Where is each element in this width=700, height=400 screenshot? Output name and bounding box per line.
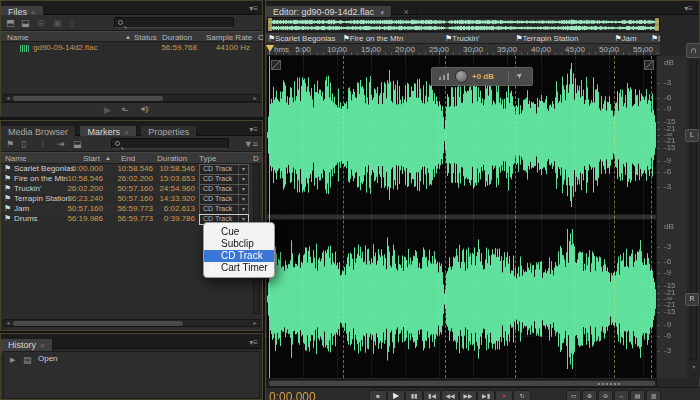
marker-flag-icon: ⚑	[4, 184, 11, 193]
record-button[interactable]: ●	[495, 390, 513, 400]
markers-hscrollbar[interactable]: ◂ ▸	[3, 319, 260, 327]
rewind-button[interactable]: ◀◀	[441, 390, 459, 400]
skip-forward-button[interactable]: ▶▮	[477, 390, 495, 400]
chevron-down-icon[interactable]: ▾	[381, 9, 385, 16]
scroll-down-icon[interactable]: ▾	[690, 364, 698, 371]
import-file-icon[interactable]: ⬓	[21, 17, 30, 29]
fast-forward-button[interactable]: ▶▶	[459, 390, 477, 400]
db-label: -3	[664, 243, 671, 251]
overview-range-bar[interactable]	[267, 17, 660, 32]
delete-marker-icon[interactable]: ▯	[21, 138, 26, 150]
files-table-header[interactable]: Name ▲ Status Duration Sample Rate C	[1, 31, 262, 42]
range-handle-right[interactable]	[655, 18, 659, 31]
playhead-head-icon[interactable]	[266, 45, 274, 52]
auto-play-icon[interactable]: ◄))	[139, 105, 148, 112]
pin-hud-icon[interactable]: ➤	[514, 70, 525, 81]
menu-item-subclip[interactable]: Subclip	[204, 238, 274, 250]
insert-markers-icon[interactable]: ⇥	[57, 138, 65, 150]
zoom-full[interactable]: ▥	[646, 390, 661, 400]
chevron-down-icon[interactable]: ▾	[238, 205, 248, 214]
markers-search-input[interactable]	[111, 138, 229, 149]
marker-start: 36:23.240	[57, 194, 103, 204]
db-tick	[657, 129, 660, 131]
zoom-out-amplitude[interactable]: ↔	[614, 390, 629, 400]
file-row[interactable]: gd90-09-14d2.flac 56:59.768 44100 Hz	[1, 43, 262, 53]
channel-left-button[interactable]: L	[685, 129, 699, 142]
ruler-label: 35:00	[492, 45, 522, 54]
pause-button[interactable]: ▮▮	[405, 390, 423, 400]
grid-line	[337, 56, 338, 378]
marker-label: Jam	[621, 33, 636, 44]
zoom-in-amplitude[interactable]: ⊖	[598, 390, 613, 400]
gain-value[interactable]: +0 dB	[472, 72, 494, 81]
gain-knob[interactable]	[455, 70, 468, 83]
grid-line	[575, 56, 576, 378]
stop-button[interactable]: ■	[369, 390, 387, 400]
panel-menu-icon[interactable]: ▾≡	[684, 4, 693, 13]
channel-right-button[interactable]: R	[685, 293, 699, 306]
menu-item-cd-track[interactable]: CD Track✓	[204, 250, 274, 262]
open-file-icon[interactable]: ⬒	[6, 17, 15, 29]
grid-line	[609, 56, 610, 378]
marker-flag-icon: ⚑	[4, 164, 11, 173]
menu-item-cart-timer[interactable]: Cart Timer	[204, 262, 274, 274]
snap-magnet-button[interactable]: ∩	[686, 43, 700, 58]
zoom-selection[interactable]: ▤	[630, 390, 645, 400]
zoom-out-time[interactable]: ⊕	[582, 390, 597, 400]
editor-hscrollbar[interactable]	[267, 379, 657, 387]
waveform-vscrollbar[interactable]	[690, 60, 697, 360]
skip-back-button[interactable]: ▮◀	[423, 390, 441, 400]
chevron-down-icon[interactable]: ▾	[238, 195, 248, 204]
timeline-ruler[interactable]: hms 5:0010:0015:0020:0025:0030:0035:0040…	[266, 44, 660, 56]
history-item[interactable]: ▶ ▤ Open	[4, 354, 259, 365]
marker-guide-line	[651, 56, 652, 378]
add-marker-icon[interactable]: ⚑	[6, 138, 14, 150]
ruler-label: 40:00	[526, 45, 556, 54]
markers-table-header[interactable]: Name Start ▲ End Duration Type D	[1, 152, 262, 164]
panel-menu-icon[interactable]: ▾≡	[249, 338, 258, 347]
grid-line	[267, 148, 656, 149]
play-button[interactable]: ▶	[387, 390, 405, 400]
marker-label: Terrapin Station	[522, 33, 578, 44]
hud-gain-control[interactable]: +0 dB ➤	[431, 67, 533, 86]
play-icon[interactable]: ▶	[104, 104, 111, 116]
db-tick	[657, 273, 660, 275]
files-search-input[interactable]	[114, 17, 234, 28]
close-icon[interactable]: ×	[40, 341, 45, 350]
marker-guide-line	[343, 56, 344, 378]
marker-table-row[interactable]: ⚑Truckin'26:02.20050:57.16024:54.960CD T…	[1, 184, 262, 194]
range-handle-left[interactable]	[268, 18, 272, 31]
ruler-tick	[453, 52, 454, 55]
filter-icon[interactable]: ▼≡	[244, 138, 258, 150]
chevron-down-icon[interactable]: ▾	[238, 175, 248, 184]
new-file-icon[interactable]: ⊞	[37, 17, 45, 29]
open-in-editor-icon[interactable]: ⬑	[121, 104, 129, 116]
panel-menu-icon[interactable]: ▾≡	[249, 4, 258, 13]
grid-line	[371, 56, 372, 378]
marker-table-row[interactable]: ⚑Terrapin Station36:23.24050:57.16014:33…	[1, 194, 262, 204]
ruler-label: 10:00	[322, 45, 352, 54]
zoom-in-time[interactable]: ▭	[566, 390, 581, 400]
files-hscrollbar[interactable]: ◂ ▸	[3, 94, 260, 102]
loop-button[interactable]: ↻	[513, 390, 531, 400]
marker-table-row[interactable]: ⚑Jam50:57.16056:59.7736:02.613CD Track▾	[1, 204, 262, 214]
export-markers-icon[interactable]: ⬓	[73, 138, 82, 150]
corner-widget-icon[interactable]	[644, 60, 654, 70]
corner-widget-icon[interactable]	[271, 60, 281, 70]
ruler-label: 50:00	[594, 45, 624, 54]
marker-bar[interactable]: ⚑Scarlet Begonias⚑Fire on the Mtn⚑Trucki…	[266, 32, 660, 44]
menu-item-cue[interactable]: Cue	[204, 226, 274, 238]
chevron-down-icon[interactable]: ▾	[238, 185, 248, 194]
marker-label: Fire on the Mtn	[350, 33, 404, 44]
marker-table-row[interactable]: ⚑Fire on the Mtn10:58.54626:02.20015:03.…	[1, 174, 262, 184]
panel-menu-icon[interactable]: ▾≡	[249, 125, 258, 134]
amplitude-ruler[interactable]: dB-3-6-9-15-21-∞-21-15-9-6-3dB-3-6-9-15-…	[656, 56, 687, 378]
ruler-tick	[446, 52, 447, 55]
db-tick	[657, 325, 660, 327]
marker-table-row[interactable]: ⚑Scarlet Begonias0:00.00010:58.54610:58.…	[1, 164, 262, 174]
chevron-down-icon[interactable]: ▾	[238, 165, 248, 174]
history-panel: History× ▾≡ ▶ ▤ Open	[0, 333, 263, 400]
playhead-line[interactable]	[269, 56, 270, 378]
waveform-display[interactable]: +0 dB ➤	[267, 56, 656, 378]
current-time-display[interactable]: 0:00.000	[269, 390, 316, 400]
